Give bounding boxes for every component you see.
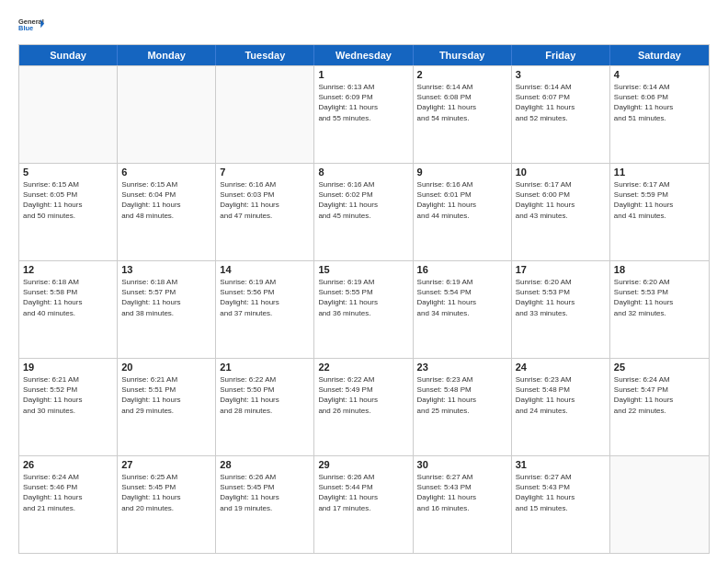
day-number: 25 xyxy=(614,362,705,373)
day-header-saturday: Saturday xyxy=(610,45,709,65)
day-info: Sunrise: 6:23 AM Sunset: 5:48 PM Dayligh… xyxy=(417,374,507,416)
calendar-cell: 9Sunrise: 6:16 AM Sunset: 6:01 PM Daylig… xyxy=(414,164,512,260)
calendar-cell: 17Sunrise: 6:20 AM Sunset: 5:53 PM Dayli… xyxy=(512,261,610,358)
calendar-cell: 23Sunrise: 6:23 AM Sunset: 5:48 PM Dayli… xyxy=(414,359,512,455)
day-number: 13 xyxy=(121,264,211,275)
calendar-cell: 25Sunrise: 6:24 AM Sunset: 5:47 PM Dayli… xyxy=(610,359,709,455)
day-number: 4 xyxy=(614,69,705,80)
day-info: Sunrise: 6:17 AM Sunset: 5:59 PM Dayligh… xyxy=(614,179,705,221)
calendar-cell: 27Sunrise: 6:25 AM Sunset: 5:45 PM Dayli… xyxy=(118,456,216,553)
day-number: 12 xyxy=(23,264,113,275)
day-info: Sunrise: 6:20 AM Sunset: 5:53 PM Dayligh… xyxy=(614,277,705,318)
day-info: Sunrise: 6:24 AM Sunset: 5:47 PM Dayligh… xyxy=(614,374,705,416)
day-info: Sunrise: 6:23 AM Sunset: 5:48 PM Dayligh… xyxy=(516,374,606,416)
day-info: Sunrise: 6:13 AM Sunset: 6:09 PM Dayligh… xyxy=(318,82,408,123)
day-number: 17 xyxy=(516,264,606,275)
day-number: 10 xyxy=(516,167,606,178)
calendar-cell: 14Sunrise: 6:19 AM Sunset: 5:56 PM Dayli… xyxy=(216,261,314,358)
calendar-cell xyxy=(610,456,709,553)
day-number: 15 xyxy=(318,264,408,275)
day-info: Sunrise: 6:19 AM Sunset: 5:55 PM Dayligh… xyxy=(318,277,408,318)
day-info: Sunrise: 6:27 AM Sunset: 5:43 PM Dayligh… xyxy=(516,472,606,513)
day-header-tuesday: Tuesday xyxy=(216,45,314,65)
day-number: 19 xyxy=(23,362,113,373)
day-info: Sunrise: 6:22 AM Sunset: 5:49 PM Dayligh… xyxy=(318,374,408,416)
calendar-cell: 10Sunrise: 6:17 AM Sunset: 6:00 PM Dayli… xyxy=(512,164,610,260)
calendar-cell: 18Sunrise: 6:20 AM Sunset: 5:53 PM Dayli… xyxy=(610,261,709,358)
calendar-cell xyxy=(118,66,216,163)
day-number: 18 xyxy=(614,264,705,275)
day-info: Sunrise: 6:14 AM Sunset: 6:08 PM Dayligh… xyxy=(417,82,507,123)
day-number: 31 xyxy=(516,459,606,470)
day-number: 1 xyxy=(318,69,408,80)
day-number: 11 xyxy=(614,167,705,178)
day-info: Sunrise: 6:18 AM Sunset: 5:57 PM Dayligh… xyxy=(121,277,211,318)
day-info: Sunrise: 6:14 AM Sunset: 6:07 PM Dayligh… xyxy=(516,82,606,123)
day-header-wednesday: Wednesday xyxy=(314,45,413,65)
logo: General Blue xyxy=(18,17,44,37)
day-info: Sunrise: 6:25 AM Sunset: 5:45 PM Dayligh… xyxy=(121,472,211,513)
calendar-cell: 7Sunrise: 6:16 AM Sunset: 6:03 PM Daylig… xyxy=(216,164,314,260)
day-info: Sunrise: 6:26 AM Sunset: 5:44 PM Dayligh… xyxy=(318,472,408,513)
calendar-cell: 31Sunrise: 6:27 AM Sunset: 5:43 PM Dayli… xyxy=(512,456,610,553)
calendar-cell: 19Sunrise: 6:21 AM Sunset: 5:52 PM Dayli… xyxy=(19,359,118,455)
calendar-cell: 29Sunrise: 6:26 AM Sunset: 5:44 PM Dayli… xyxy=(314,456,413,553)
calendar-cell: 8Sunrise: 6:16 AM Sunset: 6:02 PM Daylig… xyxy=(314,164,413,260)
day-header-friday: Friday xyxy=(512,45,610,65)
header: General Blue xyxy=(18,17,710,37)
day-number: 28 xyxy=(220,459,310,470)
day-number: 27 xyxy=(121,459,211,470)
day-number: 16 xyxy=(417,264,507,275)
day-info: Sunrise: 6:20 AM Sunset: 5:53 PM Dayligh… xyxy=(516,277,606,318)
day-header-monday: Monday xyxy=(118,45,216,65)
day-info: Sunrise: 6:15 AM Sunset: 6:05 PM Dayligh… xyxy=(23,179,113,221)
calendar-cell: 16Sunrise: 6:19 AM Sunset: 5:54 PM Dayli… xyxy=(414,261,512,358)
day-info: Sunrise: 6:27 AM Sunset: 5:43 PM Dayligh… xyxy=(417,472,507,513)
calendar-week-2: 5Sunrise: 6:15 AM Sunset: 6:05 PM Daylig… xyxy=(19,163,709,260)
calendar-cell: 12Sunrise: 6:18 AM Sunset: 5:58 PM Dayli… xyxy=(19,261,118,358)
calendar: SundayMondayTuesdayWednesdayThursdayFrid… xyxy=(18,44,710,554)
day-info: Sunrise: 6:24 AM Sunset: 5:46 PM Dayligh… xyxy=(23,472,113,513)
day-header-thursday: Thursday xyxy=(414,45,512,65)
calendar-cell: 28Sunrise: 6:26 AM Sunset: 5:45 PM Dayli… xyxy=(216,456,314,553)
day-info: Sunrise: 6:19 AM Sunset: 5:54 PM Dayligh… xyxy=(417,277,507,318)
day-header-sunday: Sunday xyxy=(19,45,118,65)
calendar-cell: 11Sunrise: 6:17 AM Sunset: 5:59 PM Dayli… xyxy=(610,164,709,260)
calendar-cell: 6Sunrise: 6:15 AM Sunset: 6:04 PM Daylig… xyxy=(118,164,216,260)
day-number: 21 xyxy=(220,362,310,373)
day-info: Sunrise: 6:17 AM Sunset: 6:00 PM Dayligh… xyxy=(516,179,606,221)
day-info: Sunrise: 6:22 AM Sunset: 5:50 PM Dayligh… xyxy=(220,374,310,416)
day-info: Sunrise: 6:14 AM Sunset: 6:06 PM Dayligh… xyxy=(614,82,705,123)
calendar-cell: 1Sunrise: 6:13 AM Sunset: 6:09 PM Daylig… xyxy=(314,66,413,163)
calendar-cell: 2Sunrise: 6:14 AM Sunset: 6:08 PM Daylig… xyxy=(414,66,512,163)
calendar-week-4: 19Sunrise: 6:21 AM Sunset: 5:52 PM Dayli… xyxy=(19,358,709,455)
day-info: Sunrise: 6:21 AM Sunset: 5:52 PM Dayligh… xyxy=(23,374,113,416)
day-number: 6 xyxy=(121,167,211,178)
calendar-week-1: 1Sunrise: 6:13 AM Sunset: 6:09 PM Daylig… xyxy=(19,65,709,163)
calendar-cell: 26Sunrise: 6:24 AM Sunset: 5:46 PM Dayli… xyxy=(19,456,118,553)
calendar-cell: 30Sunrise: 6:27 AM Sunset: 5:43 PM Dayli… xyxy=(414,456,512,553)
day-info: Sunrise: 6:21 AM Sunset: 5:51 PM Dayligh… xyxy=(121,374,211,416)
day-info: Sunrise: 6:16 AM Sunset: 6:01 PM Dayligh… xyxy=(417,179,507,221)
day-number: 29 xyxy=(318,459,408,470)
calendar-cell: 21Sunrise: 6:22 AM Sunset: 5:50 PM Dayli… xyxy=(216,359,314,455)
calendar-cell: 20Sunrise: 6:21 AM Sunset: 5:51 PM Dayli… xyxy=(118,359,216,455)
calendar-header: SundayMondayTuesdayWednesdayThursdayFrid… xyxy=(19,45,709,65)
calendar-cell: 13Sunrise: 6:18 AM Sunset: 5:57 PM Dayli… xyxy=(118,261,216,358)
calendar-cell: 3Sunrise: 6:14 AM Sunset: 6:07 PM Daylig… xyxy=(512,66,610,163)
day-number: 8 xyxy=(318,167,408,178)
day-number: 22 xyxy=(318,362,408,373)
calendar-cell: 15Sunrise: 6:19 AM Sunset: 5:55 PM Dayli… xyxy=(314,261,413,358)
day-number: 9 xyxy=(417,167,507,178)
calendar-cell: 4Sunrise: 6:14 AM Sunset: 6:06 PM Daylig… xyxy=(610,66,709,163)
day-info: Sunrise: 6:26 AM Sunset: 5:45 PM Dayligh… xyxy=(220,472,310,513)
day-number: 3 xyxy=(516,69,606,80)
logo-icon: General Blue xyxy=(18,17,44,35)
svg-text:Blue: Blue xyxy=(18,24,33,32)
day-info: Sunrise: 6:16 AM Sunset: 6:03 PM Dayligh… xyxy=(220,179,310,221)
calendar-cell xyxy=(19,66,118,163)
day-info: Sunrise: 6:15 AM Sunset: 6:04 PM Dayligh… xyxy=(121,179,211,221)
calendar-cell: 5Sunrise: 6:15 AM Sunset: 6:05 PM Daylig… xyxy=(19,164,118,260)
calendar-cell: 22Sunrise: 6:22 AM Sunset: 5:49 PM Dayli… xyxy=(314,359,413,455)
calendar-body: 1Sunrise: 6:13 AM Sunset: 6:09 PM Daylig… xyxy=(19,65,709,553)
